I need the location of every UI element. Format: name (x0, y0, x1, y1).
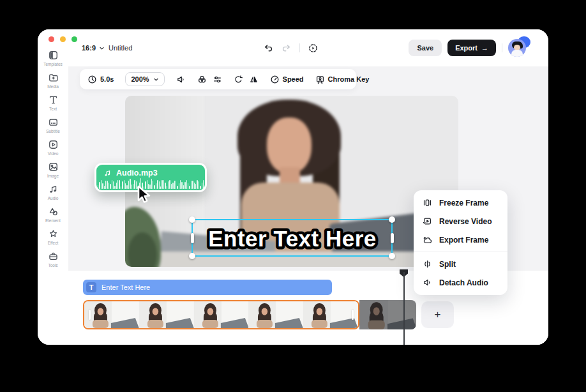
text-clip-label: Enter Text Here (101, 283, 150, 291)
sidebar: Templates Media Text Subtitle Video Imag… (38, 29, 68, 345)
sidebar-label: Video (48, 151, 59, 156)
menu-divider (414, 252, 507, 252)
sidebar-item-subtitle[interactable]: Subtitle (38, 117, 68, 133)
menu-item-label: Split (439, 260, 456, 269)
chroma-key-icon (315, 75, 325, 84)
export-button[interactable]: Export → (447, 40, 496, 56)
sidebar-label: Image (47, 174, 59, 178)
sidebar-label: Text (49, 107, 57, 111)
mouse-cursor-icon (136, 185, 153, 204)
close-window-button[interactable] (49, 36, 54, 42)
split-icon (423, 259, 432, 269)
scale-dropdown[interactable]: 200% (125, 72, 164, 86)
clip-thumbnail (84, 301, 139, 328)
timeline-video-clip[interactable] (83, 300, 359, 329)
menu-item-split[interactable]: Split (414, 255, 507, 273)
sidebar-item-effect[interactable]: Effect (38, 229, 68, 245)
clip-thumbnail (303, 301, 358, 328)
menu-item-freeze-frame[interactable]: Freeze Frame (414, 193, 507, 212)
sidebar-item-element[interactable]: Element (38, 206, 68, 223)
zoom-window-button[interactable] (71, 36, 77, 42)
sidebar-label: Element (45, 218, 61, 223)
audio-filename: Audio.mp3 (116, 169, 158, 177)
sidebar-label: Subtitle (46, 129, 60, 133)
menu-item-detach-audio[interactable]: Detach Audio (414, 273, 507, 292)
clip-thumbnail (139, 301, 194, 328)
preview-focus-icon[interactable] (308, 43, 318, 53)
resize-handle-bottom-right[interactable] (389, 253, 395, 259)
sidebar-item-media[interactable]: Media (38, 72, 68, 89)
text-overlay-selection[interactable]: Enter Text Here (192, 219, 393, 257)
sidebar-item-tools[interactable]: Tools (38, 251, 68, 268)
music-note-icon (103, 169, 112, 177)
aspect-ratio-dropdown[interactable]: 16:9 (82, 44, 105, 52)
sidebar-item-templates[interactable]: Templates (38, 50, 68, 66)
clip-toolbar: 5.0s 200% Speed Chroma Key (80, 69, 356, 89)
app-window: 16:9 Untitled Save Export → (38, 29, 548, 345)
aspect-ratio-value: 16:9 (82, 44, 96, 52)
effect-icon (48, 229, 59, 239)
clip-thumbnail (194, 301, 249, 328)
resize-handle-bottom-left[interactable] (189, 253, 195, 259)
duration-control[interactable]: 5.0s (87, 75, 114, 84)
speed-button[interactable]: Speed (270, 75, 304, 84)
subtitle-icon (48, 117, 59, 128)
trim-handle-left[interactable] (89, 310, 91, 320)
resize-handle-top-left[interactable] (189, 216, 195, 223)
main-area: 5.0s 200% Speed Chroma Key (68, 66, 548, 345)
resize-handle-right[interactable] (391, 233, 394, 243)
top-bar: 16:9 Untitled Save Export → (68, 29, 548, 66)
media-icon (48, 72, 59, 83)
minimize-window-button[interactable] (60, 36, 66, 42)
trim-handle-right[interactable] (352, 310, 354, 320)
sidebar-label: Media (47, 84, 59, 89)
avatar[interactable] (508, 39, 526, 57)
color-wheel-icon[interactable] (197, 75, 207, 84)
menu-item-label: Export Frame (439, 236, 488, 245)
video-clip-thumbnails (84, 301, 358, 328)
flip-horizontal-icon[interactable] (249, 75, 259, 84)
divider (299, 43, 300, 52)
templates-icon (48, 50, 59, 61)
duration-value: 5.0s (100, 75, 114, 83)
image-icon (48, 162, 59, 172)
resize-handle-left[interactable] (191, 233, 194, 243)
chevron-down-icon (99, 45, 105, 51)
project-title[interactable]: Untitled (109, 44, 132, 52)
sidebar-label: Audio (48, 196, 59, 200)
trimmed-overlay (359, 300, 416, 329)
add-media-button[interactable]: + (421, 301, 454, 328)
sidebar-item-video[interactable]: Video (38, 139, 68, 156)
menu-item-export-frame[interactable]: Export Frame (414, 230, 507, 249)
topbar-actions: Save Export → (409, 39, 526, 57)
menu-item-label: Reverse Video (439, 217, 492, 226)
timeline-text-clip[interactable]: T Enter Text Here (83, 280, 332, 295)
context-menu: Freeze Frame Reverse Video Export Frame … (414, 190, 507, 295)
scale-value: 200% (131, 75, 149, 83)
rotate-icon[interactable] (234, 75, 243, 84)
avatar-shirt (511, 50, 523, 57)
canvas-text[interactable]: Enter Text Here (192, 218, 393, 259)
account-area (508, 39, 526, 57)
save-button[interactable]: Save (409, 40, 442, 56)
video-icon (48, 139, 59, 150)
speed-label: Speed (283, 75, 304, 83)
resize-handle-top-right[interactable] (389, 216, 395, 223)
adjust-sliders-icon[interactable] (213, 75, 222, 84)
chevron-down-icon (153, 77, 159, 82)
arrow-right-icon: → (481, 44, 488, 52)
export-frame-icon (423, 235, 432, 245)
sidebar-item-text[interactable]: Text (38, 94, 68, 111)
trimmed-clip-section[interactable] (359, 300, 416, 329)
history-controls (264, 43, 318, 53)
volume-icon[interactable] (176, 75, 186, 84)
redo-icon[interactable] (282, 43, 291, 53)
sidebar-item-audio[interactable]: Audio (38, 184, 68, 200)
tools-icon (48, 251, 59, 262)
chroma-key-button[interactable]: Chroma Key (315, 75, 370, 84)
undo-icon[interactable] (264, 43, 273, 53)
menu-item-reverse-video[interactable]: Reverse Video (414, 212, 507, 230)
text-clip-badge: T (86, 282, 96, 292)
playhead-line[interactable] (403, 272, 405, 345)
sidebar-item-image[interactable]: Image (38, 162, 68, 178)
